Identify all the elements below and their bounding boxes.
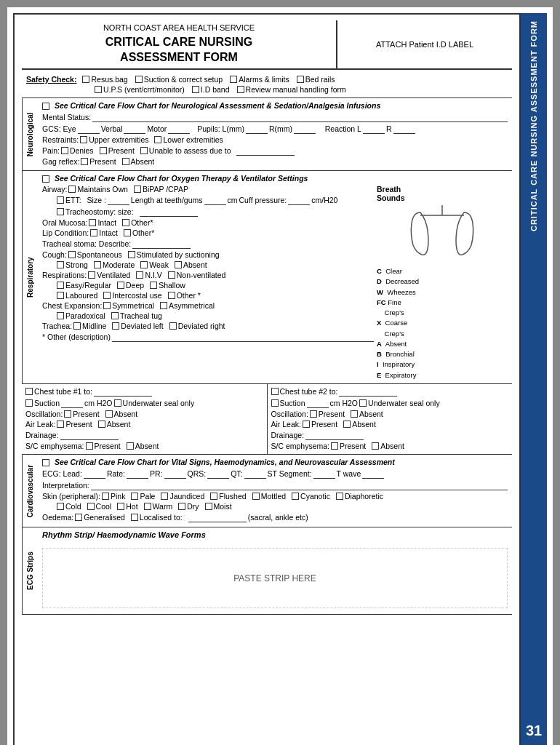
checkbox-tube1-underwater[interactable] — [114, 399, 121, 407]
checkbox-trachea-deviated-right[interactable] — [169, 322, 177, 330]
checkbox-airway-bipap[interactable] — [134, 186, 141, 193]
tube2-suction-field[interactable] — [307, 398, 329, 408]
cough-stimulated[interactable]: Stimulated by suctioning — [128, 250, 220, 259]
skin-jaundiced[interactable]: Jaundiced — [161, 492, 204, 501]
checkbox-cough-weak[interactable] — [140, 261, 148, 268]
checkbox-tube2-sc-present[interactable] — [331, 442, 338, 450]
checkbox-oral-other[interactable] — [122, 219, 129, 226]
ecg-lead-field[interactable] — [84, 469, 105, 479]
skin-cool[interactable]: Cool — [87, 502, 112, 511]
cough-weak[interactable]: Weak — [140, 260, 169, 269]
checkbox-oedema-localised[interactable] — [131, 514, 138, 521]
checkbox-bedrails[interactable] — [297, 76, 304, 83]
ecg-interp-field[interactable] — [91, 480, 508, 490]
skin-hot[interactable]: Hot — [117, 502, 137, 511]
checkbox-ett[interactable] — [57, 196, 64, 204]
checkbox-skin-jaundiced[interactable] — [161, 493, 168, 500]
airway-bipap[interactable]: BiPAP /CPAP — [134, 185, 188, 194]
airway-trach[interactable]: Tracheostomy: size: — [57, 207, 134, 216]
cough-absent[interactable]: Absent — [175, 260, 207, 269]
tube2-location-field[interactable] — [339, 386, 397, 397]
cuff-pressure-field[interactable] — [288, 195, 310, 205]
checkbox-skin-cyanotic[interactable] — [292, 493, 299, 500]
checkbox-trachea-midline[interactable] — [73, 322, 81, 330]
checkbox-resp-non-ventilated[interactable] — [168, 271, 175, 279]
checkbox-resp-niv[interactable] — [136, 271, 143, 279]
pain-reason-field[interactable] — [236, 146, 295, 156]
mental-status-field[interactable] — [92, 112, 508, 122]
safety-resus[interactable]: Resus.bag — [82, 75, 127, 84]
checkbox-neuro-note[interactable] — [42, 103, 49, 110]
ecg-rate-field[interactable] — [127, 469, 148, 479]
checkbox-manual[interactable] — [237, 86, 244, 93]
pupils-r-field[interactable] — [294, 124, 316, 134]
tube2-osc-present[interactable]: Present — [310, 410, 345, 418]
checkbox-tube1-osc-absent[interactable] — [105, 410, 113, 418]
checkbox-trachea-deviated-left[interactable] — [112, 322, 119, 330]
checkbox-skin-dry[interactable] — [178, 503, 185, 510]
oedema-location-field[interactable] — [188, 512, 247, 522]
checkbox-cough-strong[interactable] — [57, 261, 64, 268]
checkbox-chest-tracheal-tug[interactable] — [111, 312, 119, 319]
checkbox-tube2-al-present[interactable] — [303, 421, 310, 428]
chest-paradoxical[interactable]: Paradoxical — [57, 311, 105, 320]
chest-symmetrical[interactable]: Symmetrical — [103, 301, 154, 310]
checkbox-resp-laboured[interactable] — [57, 292, 64, 299]
checkbox-skin-flushed[interactable] — [210, 493, 217, 500]
checkbox-skin-warm[interactable] — [144, 503, 151, 510]
trachea-midline[interactable]: Midline — [73, 322, 106, 330]
skin-moist[interactable]: Moist — [205, 502, 232, 511]
checkbox-lip-other[interactable] — [124, 229, 131, 236]
resp-niv[interactable]: N.I.V — [136, 271, 161, 279]
tube2-osc-absent[interactable]: Absent — [351, 410, 383, 418]
checkbox-gag-absent[interactable] — [122, 158, 129, 165]
checkbox-resp-easy[interactable] — [57, 282, 64, 289]
tube2-sc-present[interactable]: Present — [331, 442, 366, 450]
checkbox-tube1-sc-absent[interactable] — [127, 442, 134, 450]
checkbox-skin-pink[interactable] — [102, 493, 109, 500]
restraint-lower[interactable]: Lower extremities — [154, 135, 223, 144]
resp-shallow[interactable]: Shallow — [150, 281, 185, 290]
gcs-eye-field[interactable] — [78, 124, 100, 134]
ecg-t-field[interactable] — [362, 469, 384, 479]
checkbox-skin-pale[interactable] — [131, 493, 138, 500]
safety-manual[interactable]: Review manual handling form — [237, 85, 346, 94]
resp-non-ventilated[interactable]: Non-ventilated — [168, 271, 226, 279]
reaction-l-field[interactable] — [363, 124, 385, 134]
checkbox-skin-mottled[interactable] — [252, 493, 260, 500]
ett-size-field[interactable] — [108, 195, 129, 205]
checkbox-tube2-al-absent[interactable] — [343, 421, 351, 428]
gag-absent[interactable]: Absent — [122, 157, 155, 166]
chest-asymmetrical[interactable]: Asymmetrical — [160, 301, 215, 310]
tube1-sc-absent[interactable]: Absent — [127, 442, 159, 450]
cough-spontaneous[interactable]: Spontaneous — [68, 250, 122, 259]
checkbox-chest-asymmetrical[interactable] — [160, 302, 167, 309]
other-description-field[interactable] — [112, 332, 374, 342]
tube2-al-present[interactable]: Present — [303, 420, 337, 429]
checkbox-alarms[interactable] — [230, 76, 237, 83]
tracheal-stoma-field[interactable] — [132, 239, 191, 249]
tube2-drainage-field[interactable] — [305, 430, 364, 440]
checkbox-resp-note[interactable] — [42, 175, 49, 183]
checkbox-tube2-underwater[interactable] — [359, 399, 367, 407]
gag-present[interactable]: Present — [81, 157, 116, 166]
checkbox-skin-diaphoretic[interactable] — [336, 493, 343, 500]
cough-strong[interactable]: Strong — [57, 260, 88, 269]
checkbox-tube1-al-present[interactable] — [57, 421, 64, 428]
tube1-suction-field[interactable] — [61, 398, 83, 408]
checkbox-resp-intercostal[interactable] — [103, 292, 111, 299]
checkbox-skin-cool[interactable] — [87, 503, 95, 510]
safety-bedrails[interactable]: Bed rails — [297, 75, 335, 84]
skin-diaphoretic[interactable]: Diaphoretic — [336, 492, 383, 501]
skin-dry[interactable]: Dry — [178, 502, 199, 511]
lip-intact[interactable]: Intact — [90, 228, 118, 237]
checkbox-resp-ventilated[interactable] — [88, 271, 95, 279]
checkbox-chest-paradoxical[interactable] — [57, 312, 64, 319]
checkbox-ups[interactable] — [95, 86, 102, 93]
checkbox-oral-intact[interactable] — [89, 219, 96, 226]
skin-mottled[interactable]: Mottled — [252, 492, 286, 501]
tube1-drainage-field[interactable] — [60, 430, 119, 440]
checkbox-tube2-suction[interactable] — [271, 399, 279, 407]
restraint-upper[interactable]: Upper extremities — [80, 135, 148, 144]
resp-easy[interactable]: Easy/Regular — [57, 281, 111, 290]
